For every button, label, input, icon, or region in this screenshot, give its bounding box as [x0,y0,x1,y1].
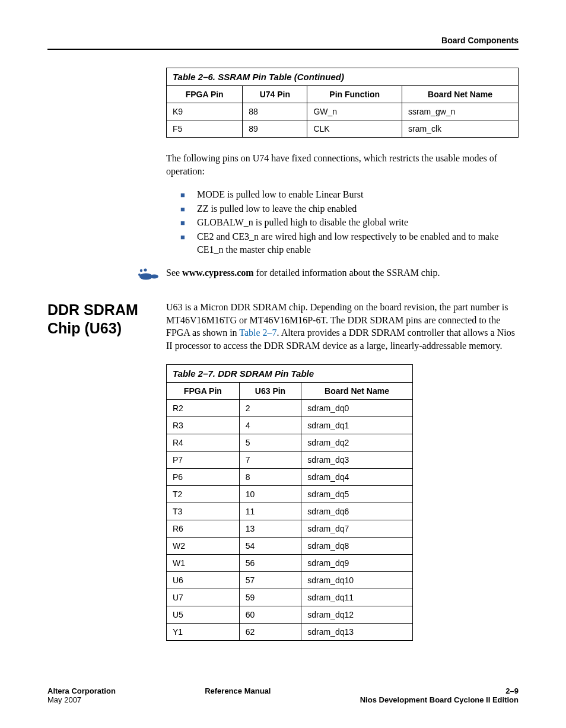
cell: 60 [239,606,301,623]
cell: sdram_dq6 [301,503,413,520]
table27-col2: Board Net Name [301,382,413,399]
footer-center: Reference Manual [205,686,271,704]
cell: sdram_dq13 [301,623,413,640]
list-item: ZZ is pulled low to leave the chip enabl… [180,202,519,215]
cell: T3 [167,503,240,520]
svg-point-3 [150,275,158,279]
cell: sdram_dq7 [301,520,413,537]
cell: sdram_dq9 [301,554,413,571]
table26-col3: Board Net Name [402,86,519,103]
cell: 13 [239,520,301,537]
cell: W1 [167,554,240,571]
table-row: T210sdram_dq5 [167,485,413,503]
table-row: W254sdram_dq8 [167,537,413,554]
cell: 57 [239,571,301,589]
fixed-connections-list: MODE is pulled low to enable Linear Burs… [166,188,519,256]
hand-pointer-icon [136,268,160,284]
ddr-sdram-pin-table: Table 2–7. DDR SDRAM Pin Table FPGA Pin … [166,364,413,641]
cell: 5 [239,434,301,451]
cell: W2 [167,537,240,554]
table-row: T311sdram_dq6 [167,503,413,520]
cypress-link[interactable]: www.cypress.com [182,268,254,278]
table-row: R613sdram_dq7 [167,520,413,537]
cell: 56 [239,554,301,571]
list-item: MODE is pulled low to enable Linear Burs… [180,188,519,201]
cell: U6 [167,571,240,589]
cell: R3 [167,417,240,434]
cell: sram_clk [402,120,519,138]
table-row: U759sdram_dq11 [167,589,413,606]
cell: 88 [243,103,307,120]
cell: sdram_dq10 [301,571,413,589]
cell: Y1 [167,623,240,640]
link-prefix: See [166,268,182,278]
cell: 2 [239,399,301,417]
cell: sdram_dq5 [301,485,413,503]
table-row: W156sdram_dq9 [167,554,413,571]
cell: F5 [167,120,243,138]
list-item: CE2 and CE3_n are wired high and low res… [180,230,519,256]
table26-col2: Pin Function [307,86,402,103]
table26-header-row: FPGA Pin U74 Pin Pin Function Board Net … [167,86,519,103]
cell: P7 [167,451,240,468]
cell: ssram_gw_n [402,103,519,120]
table-row: P68sdram_dq4 [167,468,413,485]
cell: sdram_dq12 [301,606,413,623]
table27-reference-link[interactable]: Table 2–7 [239,328,276,338]
intro-paragraph: The following pins on U74 have fixed con… [166,152,519,177]
breadcrumb: Board Components [47,36,519,45]
cell: sdram_dq2 [301,434,413,451]
table26-col0: FPGA Pin [167,86,243,103]
footer-company: Altera Corporation [47,686,116,695]
page-header: Board Components [47,36,519,50]
reference-link-text: See www.cypress.com for detailed informa… [166,266,440,279]
table-row: P77sdram_dq3 [167,451,413,468]
cell: R6 [167,520,240,537]
cell: U7 [167,589,240,606]
cell: T2 [167,485,240,503]
svg-point-1 [144,269,147,272]
cell: GW_n [307,103,402,120]
cell: 54 [239,537,301,554]
cell: sdram_dq11 [301,589,413,606]
cell: 4 [239,417,301,434]
page-number: 2–9 [360,686,519,695]
table27-col0: FPGA Pin [167,382,240,399]
footer-left: Altera Corporation May 2007 [47,686,116,704]
page-footer: Altera Corporation May 2007 Reference Ma… [47,686,519,704]
table27-header-row: FPGA Pin U63 Pin Board Net Name [167,382,413,399]
footer-doc-title: Nios Development Board Cyclone II Editio… [360,695,519,704]
cell: U5 [167,606,240,623]
cell: 11 [239,503,301,520]
svg-point-0 [140,269,142,272]
link-suffix: for detailed information about the SSRAM… [254,268,440,278]
list-item: GLOBALW_n is pulled high to disable the … [180,216,519,229]
cell: sdram_dq3 [301,451,413,468]
table-row: U560sdram_dq12 [167,606,413,623]
table26-title: Table 2–6. SSRAM Pin Table (Continued) [167,68,519,86]
cell: R2 [167,399,240,417]
table-row: Y162sdram_dq13 [167,623,413,640]
table-row: R45sdram_dq2 [167,434,413,451]
cell: 7 [239,451,301,468]
table-row: U657sdram_dq10 [167,571,413,589]
cell: 62 [239,623,301,640]
cell: sdram_dq1 [301,417,413,434]
cell: P6 [167,468,240,485]
cell: 59 [239,589,301,606]
cell: 89 [243,120,307,138]
reference-link-row: See www.cypress.com for detailed informa… [136,266,519,284]
cell: K9 [167,103,243,120]
cell: 10 [239,485,301,503]
ssram-pin-table: Table 2–6. SSRAM Pin Table (Continued) F… [166,68,519,138]
table-row: R22sdram_dq0 [167,399,413,417]
table-row: K9 88 GW_n ssram_gw_n [167,103,519,120]
footer-date: May 2007 [47,695,116,704]
table-row: R34sdram_dq1 [167,417,413,434]
svg-point-4 [138,274,141,276]
cell: CLK [307,120,402,138]
cell: sdram_dq4 [301,468,413,485]
cell: sdram_dq8 [301,537,413,554]
footer-right: 2–9 Nios Development Board Cyclone II Ed… [360,686,519,704]
cell: sdram_dq0 [301,399,413,417]
